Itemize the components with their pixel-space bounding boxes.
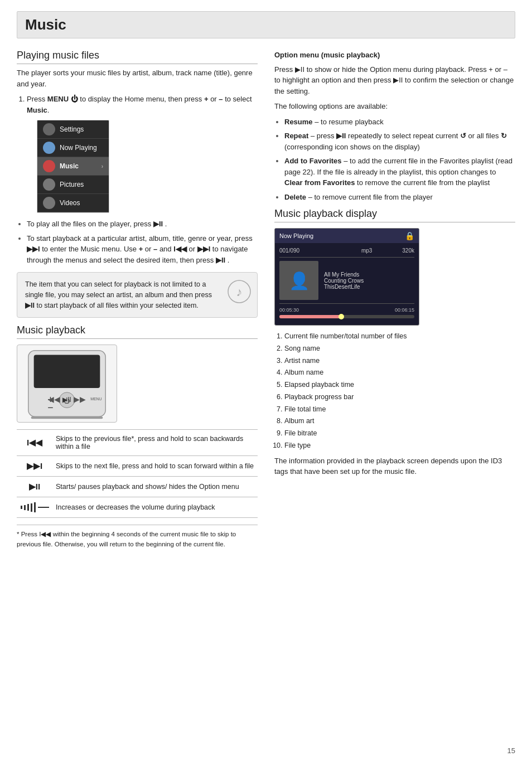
display-item-6: Playback progress bar bbox=[284, 392, 515, 403]
pb-divider-1 bbox=[279, 257, 414, 258]
pb-track-details: All My Friends Counting Crows ThisDesert… bbox=[324, 261, 414, 300]
display-note: The information provided in the playback… bbox=[274, 455, 515, 477]
main-content: Playing music files The player sorts you… bbox=[17, 50, 515, 549]
svg-rect-12 bbox=[31, 417, 103, 419]
menu-item-nowplaying: Now Playing bbox=[37, 139, 109, 157]
page: Music Playing music files The player sor… bbox=[0, 0, 532, 766]
control-play-desc: Starts/ pauses playback and shows/ hides… bbox=[52, 477, 258, 497]
device-image: + ⏻ ◀◀ ▶II ▶▶ MENU − bbox=[17, 345, 117, 423]
svg-text:−: − bbox=[47, 403, 53, 414]
file-format: mp3 bbox=[361, 248, 372, 254]
display-items-list: Current file number/total number of file… bbox=[284, 331, 515, 451]
playback-display: Now Playing 🔒 001/090 mp3 320k 👤 bbox=[274, 228, 419, 326]
device-svg: + ⏻ ◀◀ ▶II ▶▶ MENU − bbox=[17, 345, 117, 423]
option-menu-title: Option menu (music playback) bbox=[274, 50, 515, 61]
info-box-text: The item that you can select for playbac… bbox=[25, 279, 220, 311]
display-item-5: Elapsed playback time bbox=[284, 380, 515, 390]
nowplaying-icon bbox=[43, 142, 55, 154]
option-menu-available: The following options are available: bbox=[274, 101, 515, 112]
footnote: * Press I◀◀ within the beginning 4 secon… bbox=[17, 525, 258, 549]
step-1: Press MENU ⏻ to display the Home menu, t… bbox=[27, 94, 258, 213]
pb-album: ThisDesertLife bbox=[324, 284, 414, 290]
pb-song: All My Friends bbox=[324, 272, 414, 278]
playback-display-title: Music playback display bbox=[274, 208, 515, 222]
svg-text:MENU: MENU bbox=[90, 397, 101, 401]
step-list: Press MENU ⏻ to display the Home menu, t… bbox=[27, 94, 258, 213]
settings-icon bbox=[43, 123, 55, 135]
music-playback-title: Music playback bbox=[17, 324, 258, 339]
menu-label: MENU ⏻ bbox=[47, 95, 78, 103]
bullet-play-all: To play all the files on the player, pre… bbox=[27, 219, 258, 230]
control-prev-symbol: I◀◀ bbox=[17, 430, 52, 456]
display-item-1: Current file number/total number of file… bbox=[284, 331, 515, 342]
lock-icon: 🔒 bbox=[405, 231, 414, 240]
option-menu-intro: Press ▶II to show or hide the Option men… bbox=[274, 64, 515, 97]
music-note-icon: ♪ bbox=[227, 279, 252, 304]
pb-album-art: 👤 bbox=[279, 261, 318, 300]
playback-bullets: To play all the files on the player, pre… bbox=[27, 219, 258, 265]
pb-progress-bar bbox=[279, 315, 414, 318]
person-icon: 👤 bbox=[289, 271, 309, 290]
control-volume-symbol bbox=[17, 497, 52, 518]
option-favorites: Add to Favorites – to add the current fi… bbox=[284, 156, 515, 188]
info-icon: ♪ bbox=[227, 279, 249, 302]
control-next-desc: Skips to the next file, press and hold t… bbox=[52, 456, 258, 477]
pb-header: Now Playing 🔒 bbox=[275, 229, 419, 243]
control-play-symbol: ▶II bbox=[17, 477, 52, 497]
display-item-2: Song name bbox=[284, 343, 515, 354]
control-prev-desc: Skips to the previous file*, press and h… bbox=[52, 430, 258, 456]
menu-arrow: › bbox=[101, 162, 103, 171]
control-next-symbol: ▶▶I bbox=[17, 456, 52, 477]
display-item-3: Artist name bbox=[284, 356, 515, 366]
option-list: Resume – to resume playback Repeat – pre… bbox=[284, 117, 515, 203]
controls-table: I◀◀ Skips to the previous file*, press a… bbox=[17, 429, 258, 518]
music-icon bbox=[43, 160, 55, 172]
now-playing-label: Now Playing bbox=[279, 232, 313, 239]
pb-progress-fill bbox=[279, 315, 340, 318]
page-header: Music bbox=[17, 11, 515, 38]
playing-files-intro: The player sorts your music files by art… bbox=[17, 67, 258, 89]
menu-item-settings: Settings bbox=[37, 120, 109, 139]
file-bitrate: 320k bbox=[402, 248, 414, 254]
menu-screenshot: Settings Now Playing Music › bbox=[37, 120, 109, 213]
svg-text:▶▶: ▶▶ bbox=[74, 395, 86, 404]
option-repeat: Repeat – press ▶II repeatedly to select … bbox=[284, 130, 515, 152]
page-title: Music bbox=[25, 16, 507, 33]
display-item-9: File bitrate bbox=[284, 428, 515, 439]
pb-divider-2 bbox=[279, 303, 414, 304]
track-num: 001/090 bbox=[279, 248, 299, 254]
volume-icon bbox=[20, 502, 49, 512]
option-resume: Resume – to resume playback bbox=[284, 117, 515, 128]
control-volume-desc: Increases or decreases the volume during… bbox=[52, 497, 258, 518]
svg-rect-3 bbox=[34, 355, 100, 388]
videos-icon bbox=[43, 197, 55, 209]
pb-progress-dot bbox=[338, 314, 344, 319]
bullet-start-playback: To start playback at a particular artist… bbox=[27, 233, 258, 266]
track-divider bbox=[330, 248, 331, 254]
left-column: Playing music files The player sorts you… bbox=[17, 50, 258, 549]
control-prev: I◀◀ Skips to the previous file*, press a… bbox=[17, 430, 258, 456]
control-volume: Increases or decreases the volume during… bbox=[17, 497, 258, 518]
pb-art-area: 👤 All My Friends Counting Crows ThisDese… bbox=[279, 261, 414, 300]
pictures-icon bbox=[43, 178, 55, 191]
playing-files-title: Playing music files bbox=[17, 50, 258, 64]
pb-body: 001/090 mp3 320k 👤 All My Friends Counti… bbox=[275, 243, 419, 325]
display-item-4: Album name bbox=[284, 367, 515, 378]
display-item-7: File total time bbox=[284, 404, 515, 415]
control-next: ▶▶I Skips to the next file, press and ho… bbox=[17, 456, 258, 477]
display-item-10: File type bbox=[284, 440, 515, 451]
pb-time: 00:05:30 00:06:15 bbox=[279, 307, 414, 313]
menu-item-pictures: Pictures bbox=[37, 176, 109, 194]
option-delete: Delete – to remove current file from the… bbox=[284, 192, 515, 203]
menu-item-videos: Videos bbox=[37, 194, 109, 212]
page-number: 15 bbox=[507, 746, 515, 755]
elapsed-time: 00:05:30 bbox=[279, 307, 299, 313]
control-play: ▶II Starts/ pauses playback and shows/ h… bbox=[17, 477, 258, 497]
right-column: Option menu (music playback) Press ▶II t… bbox=[274, 50, 515, 549]
menu-item-music: Music › bbox=[37, 157, 109, 176]
svg-text:♪: ♪ bbox=[236, 285, 243, 299]
pb-track-info: 001/090 mp3 320k bbox=[279, 248, 414, 254]
info-box: The item that you can select for playbac… bbox=[17, 272, 258, 318]
pb-artist: Counting Crows bbox=[324, 278, 414, 284]
display-item-8: Album art bbox=[284, 416, 515, 426]
